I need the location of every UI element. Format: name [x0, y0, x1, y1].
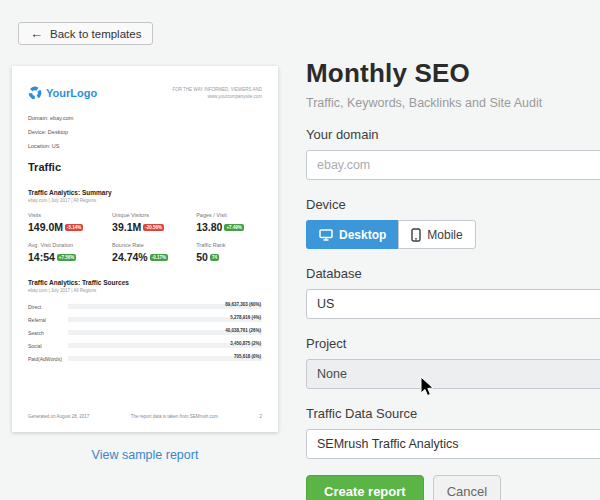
metric-visits: Visits 149.0M-5.14%	[28, 212, 112, 233]
report-meta: Domain: ebay.com Device: Desktop Locatio…	[28, 115, 262, 149]
traffic-sources-chart: Direct 89,637,303 (60%) Referral 5,278,9…	[28, 300, 262, 365]
device-label: Device	[306, 197, 600, 212]
metric-badge: +7.49%	[224, 224, 243, 231]
meta-domain: Domain: ebay.com	[28, 115, 262, 121]
view-sample-report-link[interactable]: View sample report	[12, 448, 278, 462]
report-settings-form: Monthly SEO Traffic, Keywords, Backlinks…	[306, 58, 600, 500]
metric-traffic-rank: Traffic Rank 5074	[196, 242, 262, 263]
sources-title: Traffic Analytics: Traffic Sources	[28, 279, 262, 286]
metric-bounce-rate: Bounce Rate 24.74%-0.17%	[112, 242, 196, 263]
metric-pages-visit: Pages / Visit 13.80+7.49%	[196, 212, 262, 233]
report-footer: Generated on August 28, 2017 The report …	[28, 414, 262, 419]
form-actions: Create report Cancel	[306, 475, 600, 500]
summary-title: Traffic Analytics: Summary	[28, 189, 262, 196]
traffic-source-select[interactable]	[306, 429, 600, 459]
report-section-title: Traffic	[28, 161, 262, 173]
bar-row-referral: Referral 5,278,916 (4%)	[28, 313, 262, 326]
cancel-button[interactable]: Cancel	[433, 475, 501, 500]
metric-badge: -0.17%	[150, 254, 168, 261]
metric-label: Bounce Rate	[112, 242, 196, 248]
domain-label: Your domain	[306, 127, 600, 142]
project-label: Project	[306, 336, 600, 351]
metric-badge: 74	[210, 254, 219, 261]
bar-value: 3,450,875 (2%)	[230, 341, 261, 346]
desktop-button-label: Desktop	[339, 228, 386, 242]
bar-label: Referral	[28, 317, 68, 323]
company-logo: YourLogo	[28, 86, 97, 100]
metric-value: 14:54	[28, 251, 55, 263]
bar-label: Social	[28, 343, 68, 349]
meta-location: Location: US	[28, 143, 262, 149]
mobile-icon	[411, 228, 421, 242]
project-select[interactable]	[306, 359, 600, 389]
back-to-templates-button[interactable]: ← Back to templates	[18, 22, 153, 45]
metric-label: Pages / Visit	[196, 212, 262, 218]
domain-input[interactable]	[306, 150, 600, 180]
metric-avg-duration: Avg. Visit Duration 14:54+7.56%	[28, 242, 112, 263]
bar-value: 89,637,303 (60%)	[225, 302, 261, 307]
metric-label: Avg. Visit Duration	[28, 242, 112, 248]
bar-value: 40,038,761 (26%)	[225, 328, 261, 333]
back-arrow-icon: ←	[30, 27, 43, 40]
bar-label: Search	[28, 330, 68, 336]
header-note-line1: FOR THE WAY INFORMED, VIEWERS AND	[172, 86, 262, 93]
logo-gear-icon	[28, 86, 42, 100]
desktop-icon	[319, 229, 333, 241]
metric-value: 50	[196, 251, 208, 263]
device-mobile-button[interactable]: Mobile	[398, 220, 475, 249]
metric-value: 13.80	[196, 221, 222, 233]
bar-track	[68, 356, 262, 361]
metric-label: Visits	[28, 212, 112, 218]
metric-label: Traffic Rank	[196, 242, 262, 248]
report-preview-card: YourLogo FOR THE WAY INFORMED, VIEWERS A…	[12, 66, 278, 432]
metric-label: Unique Visitors	[112, 212, 196, 218]
bar-row-paid: Paid(AdWords) 705,618 (0%)	[28, 352, 262, 365]
page-title: Monthly SEO	[306, 58, 600, 89]
create-report-button[interactable]: Create report	[306, 475, 424, 500]
summary-subtitle: ebay.com | July 2017 | All Regions	[28, 198, 262, 203]
meta-device: Device: Desktop	[28, 129, 262, 135]
bar-row-social: Social 3,450,875 (2%)	[28, 339, 262, 352]
bar-row-direct: Direct 89,637,303 (60%)	[28, 300, 262, 313]
traffic-source-label: Traffic Data Source	[306, 406, 600, 421]
logo-text: YourLogo	[46, 87, 97, 99]
metric-value: 39.1M	[112, 221, 141, 233]
bar-value: 5,278,916 (4%)	[230, 315, 261, 320]
bar-value: 705,618 (0%)	[234, 354, 261, 359]
sources-subtitle: ebay.com | July 2017 | All Regions	[28, 288, 262, 293]
bar-label: Direct	[28, 304, 68, 310]
metric-badge: +7.56%	[57, 254, 76, 261]
metric-value: 149.0M	[28, 221, 63, 233]
metric-badge: -20.56%	[143, 224, 164, 231]
device-segmented-control: Desktop Mobile	[306, 220, 600, 249]
bar-row-search: Search 40,038,761 (26%)	[28, 326, 262, 339]
metric-value: 24.74%	[112, 251, 148, 263]
footer-page-number: 2	[259, 414, 262, 419]
device-desktop-button[interactable]: Desktop	[306, 220, 398, 249]
page-subtitle: Traffic, Keywords, Backlinks and Site Au…	[306, 96, 600, 110]
database-select[interactable]	[306, 289, 600, 319]
database-label: Database	[306, 266, 600, 281]
metric-unique-visitors: Unique Visitors 39.1M-20.56%	[112, 212, 196, 233]
footer-generated-date: Generated on August 28, 2017	[28, 414, 89, 419]
header-notes: FOR THE WAY INFORMED, VIEWERS AND www.yo…	[172, 86, 262, 100]
mobile-button-label: Mobile	[427, 228, 462, 242]
preview-header: YourLogo FOR THE WAY INFORMED, VIEWERS A…	[28, 86, 262, 100]
header-note-line2: www.yourcompanysite.com	[172, 93, 262, 100]
footer-source-note: The report data is taken from SEMrush.co…	[131, 414, 218, 419]
metric-badge: -5.14%	[65, 224, 83, 231]
bar-label: Paid(AdWords)	[28, 356, 68, 362]
summary-metrics: Visits 149.0M-5.14% Unique Visitors 39.1…	[28, 212, 262, 263]
back-button-label: Back to templates	[50, 28, 141, 40]
